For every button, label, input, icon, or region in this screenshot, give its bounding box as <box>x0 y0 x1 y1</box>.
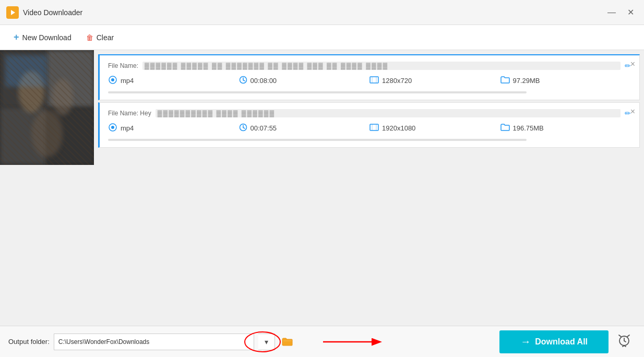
format-value: mp4 <box>121 77 134 85</box>
file-name-row: File Name: Hey ▓▓▓▓▓▓▓▓▓▓ ▓▓▓▓ ▓▓▓▓▓▓ ✏ <box>108 109 631 117</box>
progress-bar-bg <box>108 139 527 141</box>
alarm-icon <box>617 334 631 350</box>
format-item: mp4 <box>108 75 239 86</box>
svg-point-12 <box>111 78 114 81</box>
app-window: Video Downloader — ✕ + New Download 🗑 Cl… <box>0 0 644 357</box>
new-download-label: New Download <box>22 33 71 42</box>
format-item: mp4 <box>108 123 239 134</box>
download-arrow-icon: → <box>520 336 531 348</box>
minimize-button[interactable]: — <box>604 5 619 20</box>
folder-dropdown-button[interactable]: ▾ <box>258 334 275 350</box>
download-item: × File Name: Hey ▓▓▓▓▓▓▓▓▓▓ ▓▓▓▓ ▓▓▓▓▓▓ … <box>98 102 640 148</box>
file-name-row: File Name: ▓▓▓▓▓▓ ▓▓▓▓▓ ▓▓ ▓▓▓▓▓▓▓ ▓▓ ▓▓… <box>108 62 631 70</box>
svg-point-20 <box>111 126 114 129</box>
thumbnail-column <box>0 50 94 326</box>
close-button[interactable]: ✕ <box>623 5 638 20</box>
thumbnail-overlay <box>0 50 94 165</box>
clock-icon <box>239 76 247 86</box>
progress-row <box>108 139 631 141</box>
svg-line-23 <box>243 128 245 129</box>
filesize-value: 97.29MB <box>513 77 540 85</box>
format-icon <box>108 123 117 134</box>
meta-row: mp4 00:07:55 <box>108 123 631 134</box>
download-all-button[interactable]: → Download All <box>499 330 609 353</box>
clock-icon <box>239 123 247 133</box>
trash-icon: 🗑 <box>86 33 93 42</box>
svg-line-33 <box>619 335 621 337</box>
duration-item: 00:08:00 <box>239 76 370 86</box>
resolution-value: 1920x1080 <box>382 124 415 132</box>
svg-rect-16 <box>370 77 378 83</box>
resolution-item: 1280x720 <box>369 76 500 85</box>
app-logo <box>6 6 19 19</box>
svg-rect-24 <box>370 124 378 130</box>
close-item-button[interactable]: × <box>630 107 635 116</box>
bottom-bar: Output folder: ▾ <box>0 326 644 357</box>
clear-label: Clear <box>97 33 114 42</box>
output-folder-label: Output folder: <box>8 338 50 346</box>
resolution-value: 1280x720 <box>382 77 412 85</box>
download-all-label: Download All <box>535 337 588 347</box>
file-name-label: File Name: Hey <box>108 110 151 117</box>
toolbar: + New Download 🗑 Clear <box>0 25 644 50</box>
app-title: Video Downloader <box>23 8 604 17</box>
thumbnail-area <box>0 50 94 165</box>
svg-line-15 <box>243 80 245 81</box>
progress-bar-bg <box>108 91 527 93</box>
download-item: × File Name: ▓▓▓▓▓▓ ▓▓▓▓▓ ▓▓ ▓▓▓▓▓▓▓ ▓▓ … <box>98 54 640 100</box>
file-name-label: File Name: <box>108 62 138 69</box>
new-download-button[interactable]: + New Download <box>8 29 77 46</box>
resolution-item: 1920x1080 <box>369 124 500 133</box>
duration-item: 00:07:55 <box>239 123 370 133</box>
duration-value: 00:07:55 <box>251 124 277 132</box>
duration-value: 00:08:00 <box>251 77 277 85</box>
folder-icon <box>500 76 510 86</box>
content-area: × File Name: ▓▓▓▓▓▓ ▓▓▓▓▓ ▓▓ ▓▓▓▓▓▓▓ ▓▓ … <box>0 50 644 357</box>
plus-icon: + <box>14 32 19 43</box>
chevron-down-icon: ▾ <box>265 338 268 346</box>
window-controls: — ✕ <box>604 5 638 20</box>
dropdown-wrapper: ▾ <box>258 334 275 350</box>
resolution-icon <box>369 76 379 85</box>
file-name-value: ▓▓▓▓▓▓▓▓▓▓ ▓▓▓▓ ▓▓▓▓▓▓ <box>156 109 621 117</box>
file-name-value: ▓▓▓▓▓▓ ▓▓▓▓▓ ▓▓ ▓▓▓▓▓▓▓ ▓▓ ▓▓▓▓ ▓▓▓ ▓▓ ▓… <box>142 62 621 70</box>
output-folder-input[interactable] <box>54 334 254 350</box>
format-icon <box>108 75 117 86</box>
close-item-button[interactable]: × <box>630 59 635 69</box>
filesize-item: 196.75MB <box>500 123 631 133</box>
alarm-button[interactable] <box>613 330 636 353</box>
download-list: × File Name: ▓▓▓▓▓▓ ▓▓▓▓▓ ▓▓ ▓▓▓▓▓▓▓ ▓▓ … <box>94 50 644 326</box>
browse-folder-button[interactable] <box>279 334 296 350</box>
svg-line-32 <box>624 341 626 342</box>
progress-row <box>108 91 631 93</box>
folder-icon <box>500 123 510 133</box>
resolution-icon <box>369 124 379 133</box>
svg-line-34 <box>627 335 629 337</box>
filesize-item: 97.29MB <box>500 76 631 86</box>
filesize-value: 196.75MB <box>513 124 544 132</box>
clear-button[interactable]: 🗑 Clear <box>81 30 119 45</box>
title-bar: Video Downloader — ✕ <box>0 0 644 25</box>
meta-row: mp4 00:08:00 <box>108 75 631 86</box>
format-value: mp4 <box>121 124 134 132</box>
